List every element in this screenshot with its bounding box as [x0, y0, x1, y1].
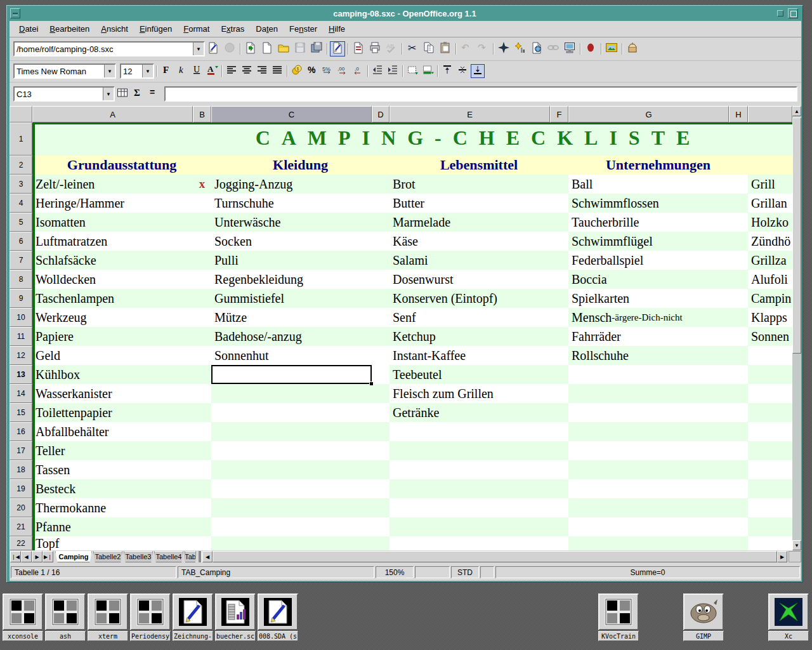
cell-B17[interactable]: [193, 441, 211, 460]
cell-B9[interactable]: [193, 289, 211, 308]
menu-einfgen[interactable]: Einfügen: [134, 22, 178, 36]
cell-C7[interactable]: Pulli: [211, 251, 372, 270]
url-input[interactable]: [15, 43, 193, 55]
sheet-tab-tab[interactable]: Tab: [185, 551, 196, 562]
cell-C15[interactable]: [211, 403, 372, 422]
cell-D3[interactable]: [372, 175, 390, 194]
cell-B6[interactable]: [193, 232, 211, 251]
cell-I17[interactable]: [748, 441, 792, 460]
cell-B16[interactable]: [193, 422, 211, 441]
status-doc-modified[interactable]: [480, 566, 494, 578]
cell-C19[interactable]: [211, 479, 372, 498]
cell-C22[interactable]: [211, 536, 372, 550]
insert-fields-button[interactable]: [513, 41, 528, 56]
cell-F5[interactable]: [550, 213, 568, 232]
cell-E4[interactable]: Butter: [390, 194, 550, 213]
cell-E18[interactable]: [390, 460, 550, 479]
category-row[interactable]: GrundausstattungKleidungLebensmittelUnte…: [32, 156, 792, 175]
cell-A16[interactable]: Abfallbehälter: [32, 422, 193, 441]
scroll-down-button[interactable]: ▼: [792, 540, 801, 550]
cell-E11[interactable]: Ketchup: [390, 327, 550, 346]
sheet-tab-tabelle2[interactable]: Tabelle2: [93, 551, 122, 562]
align-right-button[interactable]: [255, 64, 269, 78]
underline-button[interactable]: U: [190, 64, 204, 78]
cell-reference-dropdown-icon[interactable]: ▼: [103, 88, 114, 100]
cell-D10[interactable]: [372, 308, 390, 327]
print-preview-button[interactable]: [351, 41, 366, 56]
cell-I16[interactable]: [748, 422, 792, 441]
cell-C4[interactable]: Turnschuhe: [211, 194, 372, 213]
cell-B15[interactable]: [193, 403, 211, 422]
cell-B8[interactable]: [193, 270, 211, 289]
data-sources-button[interactable]: [625, 41, 640, 56]
status-sum-display[interactable]: Summe=0: [495, 566, 800, 578]
cell-H9[interactable]: [729, 289, 748, 308]
print-file-button[interactable]: [367, 41, 383, 56]
category-grundausstattung[interactable]: Grundausstattung: [32, 156, 211, 175]
cell-A21[interactable]: Pfanne: [32, 517, 193, 536]
col-header-E[interactable]: E: [390, 106, 550, 123]
cell-I9[interactable]: Campin: [748, 289, 792, 308]
cell-H21[interactable]: [729, 517, 748, 536]
cell-G21[interactable]: [568, 517, 729, 536]
save-document-button[interactable]: [292, 41, 308, 56]
title-bar[interactable]: camping-08.sxc - OpenOffice.org 1.1: [7, 6, 802, 21]
add-decimal-button[interactable]: ,00: [336, 64, 350, 78]
cell-F22[interactable]: [550, 536, 568, 550]
cell-H5[interactable]: [729, 213, 748, 232]
selected-cell-border[interactable]: [211, 365, 372, 384]
xapp-app-icon[interactable]: [130, 594, 171, 630]
next-sheet-button[interactable]: ▶: [32, 551, 43, 562]
cell-E22[interactable]: [390, 536, 550, 550]
edit-mode-button[interactable]: [330, 41, 345, 56]
cell-D19[interactable]: [372, 479, 390, 498]
background-color-button[interactable]: [421, 64, 435, 78]
cell-B20[interactable]: [193, 498, 211, 517]
row-header-15[interactable]: 15: [10, 403, 32, 422]
tab-scrollbar-splitter[interactable]: [199, 551, 202, 562]
function-wizard-button[interactable]: [115, 87, 129, 101]
cell-A20[interactable]: Thermokanne: [32, 498, 193, 517]
cell-G11[interactable]: Fahrräder: [568, 327, 729, 346]
cell-C16[interactable]: [211, 422, 372, 441]
status-insert-mode[interactable]: [415, 566, 450, 578]
number-standard-button[interactable]: 5%: [320, 64, 334, 78]
font-name-input[interactable]: [15, 65, 104, 77]
record-macro-button[interactable]: [583, 41, 598, 56]
row-header-18[interactable]: 18: [10, 460, 32, 479]
cell-I18[interactable]: [748, 460, 792, 479]
row-header-20[interactable]: 20: [10, 498, 32, 517]
cell-G9[interactable]: Spielkarten: [568, 289, 729, 308]
row-header-2[interactable]: 2: [10, 156, 32, 175]
cell-C9[interactable]: Gummistiefel: [211, 289, 372, 308]
cell-E17[interactable]: [390, 441, 550, 460]
status-zoom-level[interactable]: 150%: [376, 566, 414, 578]
cell-A5[interactable]: Isomatten: [32, 213, 193, 232]
cell-B11[interactable]: [193, 327, 211, 346]
cell-D11[interactable]: [372, 327, 390, 346]
hscroll-left-button[interactable]: ◀: [202, 551, 213, 562]
cell-B5[interactable]: [193, 213, 211, 232]
row-header-5[interactable]: 5: [10, 213, 32, 232]
xchat-app-icon[interactable]: [768, 594, 809, 630]
cell-F9[interactable]: [550, 289, 568, 308]
font-name-combo[interactable]: ▼: [13, 63, 116, 79]
cell-I6[interactable]: Zündhö: [748, 232, 792, 251]
cell-D18[interactable]: [372, 460, 390, 479]
row-header-6[interactable]: 6: [10, 232, 32, 251]
cell-I15[interactable]: [748, 403, 792, 422]
cell-A8[interactable]: Wolldecken: [32, 270, 193, 289]
cell-D15[interactable]: [372, 403, 390, 422]
cell-F4[interactable]: [550, 194, 568, 213]
cell-D4[interactable]: [372, 194, 390, 213]
cell-G13[interactable]: [568, 365, 729, 384]
desktop-icon-periodensy[interactable]: Periodensy: [130, 594, 171, 641]
desktop-icon-buecher-sc[interactable]: buecher.sc: [215, 594, 256, 641]
window-menu-button[interactable]: [10, 8, 20, 18]
cell-D20[interactable]: [372, 498, 390, 517]
cell-C6[interactable]: Socken: [211, 232, 372, 251]
cell-A17[interactable]: Teller: [32, 441, 193, 460]
cell-C20[interactable]: [211, 498, 372, 517]
cell-C10[interactable]: Mütze: [211, 308, 372, 327]
xapp-app-icon[interactable]: [3, 594, 43, 630]
